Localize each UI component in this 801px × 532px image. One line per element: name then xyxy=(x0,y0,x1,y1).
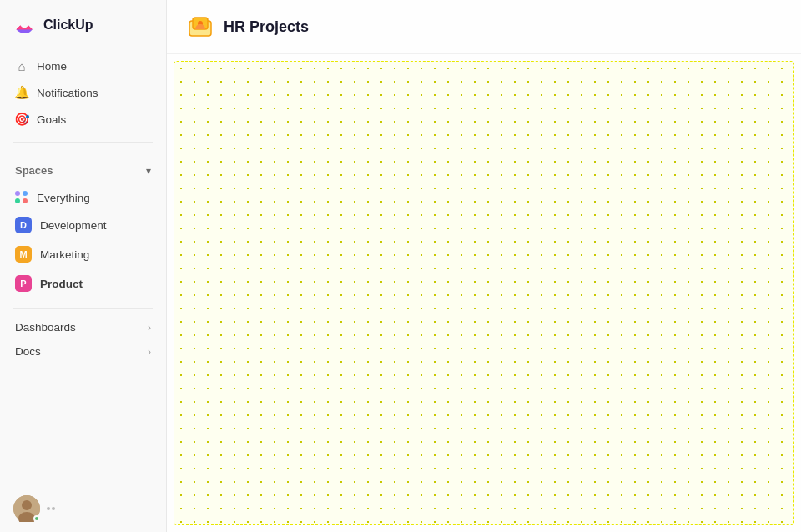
sidebar-item-goals-label: Goals xyxy=(37,113,66,126)
spaces-chevron-icon: ▾ xyxy=(146,165,151,177)
dashboards-label: Dashboards xyxy=(15,321,76,334)
sidebar-item-product[interactable]: P Product xyxy=(7,269,159,298)
docs-label: Docs xyxy=(15,345,41,358)
spaces-list: Everything D Development M Marketing P xyxy=(7,185,159,298)
sidebar-item-home-label: Home xyxy=(37,60,67,73)
docs-chevron-icon: › xyxy=(148,346,151,358)
logo-text: ClickUp xyxy=(43,18,93,33)
marketing-label: Marketing xyxy=(40,248,89,261)
product-label: Product xyxy=(40,278,83,290)
everything-icon xyxy=(15,191,28,204)
spaces-label: Spaces xyxy=(15,164,53,177)
canvas-area xyxy=(174,61,794,525)
hr-projects-icon xyxy=(187,13,214,40)
sidebar-item-marketing[interactable]: M Marketing xyxy=(7,240,159,269)
sidebar-item-notifications-label: Notifications xyxy=(37,87,98,99)
user-status-dots xyxy=(47,507,55,510)
sidebar-item-everything[interactable]: Everything xyxy=(7,185,159,210)
page-header: HR Projects xyxy=(167,0,801,54)
svg-point-1 xyxy=(22,500,32,510)
main-nav: ⌂ Home 🔔 Notifications 🎯 Goals xyxy=(0,50,166,135)
divider-1 xyxy=(13,142,153,143)
sidebar-item-docs[interactable]: Docs › xyxy=(7,339,159,364)
goals-icon: 🎯 xyxy=(15,113,28,126)
product-avatar: P xyxy=(15,275,32,292)
everything-label: Everything xyxy=(37,192,90,204)
bell-icon: 🔔 xyxy=(15,86,28,99)
status-dot-2 xyxy=(52,507,55,510)
main-content: HR Projects xyxy=(167,0,801,532)
divider-2 xyxy=(13,308,153,309)
sidebar: ClickUp ⌂ Home 🔔 Notifications 🎯 Goals S… xyxy=(0,0,167,532)
online-status-indicator xyxy=(33,515,40,522)
sidebar-item-dashboards[interactable]: Dashboards › xyxy=(7,315,159,339)
logo-area[interactable]: ClickUp xyxy=(0,0,166,50)
spaces-section: Spaces ▾ Everything D Development xyxy=(0,149,166,301)
sidebar-item-notifications[interactable]: 🔔 Notifications xyxy=(7,80,159,105)
avatar xyxy=(13,495,40,522)
sidebar-item-home[interactable]: ⌂ Home xyxy=(7,53,159,78)
spaces-header[interactable]: Spaces ▾ xyxy=(7,159,159,182)
status-dot-1 xyxy=(47,507,50,510)
development-label: Development xyxy=(40,219,107,232)
user-area[interactable] xyxy=(0,485,166,532)
sidebar-item-goals[interactable]: 🎯 Goals xyxy=(7,107,159,132)
marketing-avatar: M xyxy=(15,246,32,263)
sidebar-item-development[interactable]: D Development xyxy=(7,211,159,239)
dashboards-chevron-icon: › xyxy=(148,322,151,334)
home-icon: ⌂ xyxy=(15,59,28,73)
development-avatar: D xyxy=(15,217,32,233)
page-title: HR Projects xyxy=(224,18,309,36)
clickup-logo-icon xyxy=(13,13,37,37)
